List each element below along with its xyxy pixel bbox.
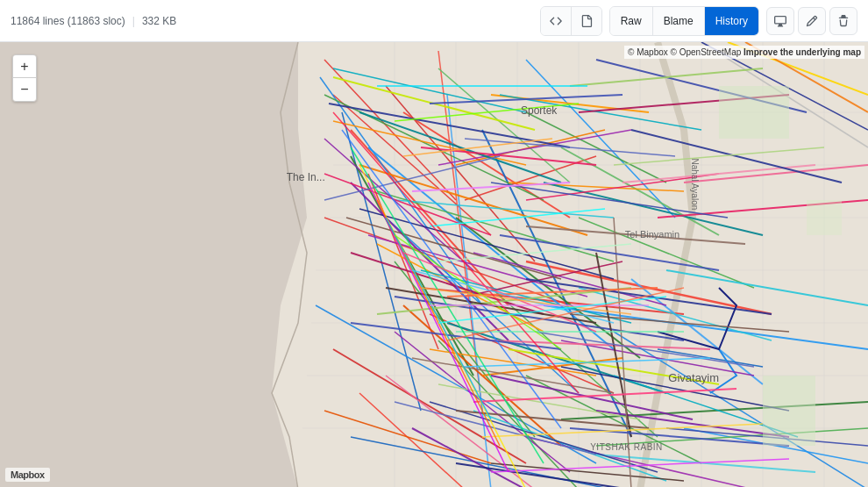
svg-rect-167 xyxy=(719,86,789,139)
file-size: 332 KB xyxy=(142,15,176,27)
blame-button[interactable]: Blame xyxy=(653,7,705,35)
svg-rect-0 xyxy=(0,42,324,487)
map-attribution: © Mapbox © OpenStreetMap Improve the und… xyxy=(624,46,864,59)
file-icon xyxy=(580,15,593,27)
mapbox-attribution: © Mapbox xyxy=(628,47,668,57)
zoom-controls: + − xyxy=(12,54,37,102)
code-view-button[interactable] xyxy=(541,7,572,35)
file-lines: 11864 lines (11863 sloc) xyxy=(11,15,125,27)
trash-icon xyxy=(837,15,850,27)
mapbox-logo: Mapbox xyxy=(5,468,50,482)
improve-map-link[interactable]: Improve the underlying map xyxy=(743,47,861,57)
pencil-icon xyxy=(806,15,818,27)
display-view-button[interactable] xyxy=(572,7,601,35)
toolbar: 11864 lines (11863 sloc) | 332 KB Raw Bl… xyxy=(0,0,868,42)
map-container[interactable]: Sportek The In... Tel Binyamin Nahal Aya… xyxy=(0,42,868,487)
zoom-in-button[interactable]: + xyxy=(13,55,36,78)
view-toggle-group xyxy=(540,6,602,36)
delete-button[interactable] xyxy=(829,7,857,35)
desktop-button[interactable] xyxy=(766,7,794,35)
svg-rect-168 xyxy=(763,376,815,446)
svg-rect-169 xyxy=(807,200,842,235)
zoom-out-button[interactable]: − xyxy=(13,78,36,101)
history-button[interactable]: History xyxy=(705,7,758,35)
edit-button[interactable] xyxy=(798,7,826,35)
map-features xyxy=(0,42,868,487)
file-info: 11864 lines (11863 sloc) | 332 KB xyxy=(11,15,540,27)
osm-attribution: © OpenStreetMap xyxy=(671,47,742,57)
file-actions-group: Raw Blame History xyxy=(609,6,759,36)
raw-button[interactable]: Raw xyxy=(610,7,653,35)
code-icon xyxy=(550,15,562,27)
toolbar-actions: Raw Blame History xyxy=(540,6,857,36)
monitor-icon xyxy=(774,15,786,27)
